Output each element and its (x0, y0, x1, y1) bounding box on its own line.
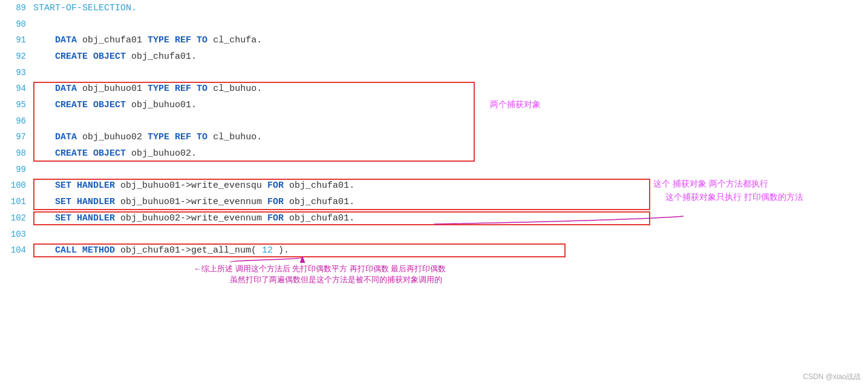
token: TYPE (148, 132, 169, 142)
line-number: 94 (0, 81, 33, 96)
token: cl_buhuo. (207, 84, 262, 94)
token: obj_chufa01. (126, 51, 197, 62)
token: cl_buhuo. (207, 132, 262, 142)
token: SET (33, 213, 71, 223)
token: METHOD (82, 245, 115, 256)
code-line: 96 (0, 113, 868, 129)
code-container: 89START-OF-SELECTION.9091 DATA obj_chufa… (0, 0, 868, 387)
token: CREATE (33, 148, 88, 159)
annotation-summary: ←综上所述 调用这个方法后 先打印偶数平方 再打印偶数 最后再打印偶数虽然打印了… (194, 263, 446, 285)
token (191, 35, 197, 45)
code-line: 94 DATA obj_buhuo01 TYPE REF TO cl_buhuo… (0, 81, 868, 97)
token: TYPE (148, 35, 169, 45)
line-number: 99 (0, 162, 33, 177)
code-line: 92 CREATE OBJECT obj_chufa01. (0, 48, 868, 65)
line-number: 100 (0, 177, 33, 193)
line-number: 95 (0, 97, 33, 113)
code-line: 102 SET HANDLER obj_buhuo02->write_evenn… (0, 210, 868, 227)
token: CREATE (33, 100, 88, 110)
token: TO (197, 132, 207, 142)
code-line: 104 CALL METHOD obj_chufa01->get_all_num… (0, 242, 868, 259)
code-line: 91 DATA obj_chufa01 TYPE REF TO cl_chufa… (0, 32, 868, 48)
token: obj_buhuo02. (126, 148, 197, 159)
token: CALL (33, 245, 77, 256)
code-line: 99 (0, 162, 868, 177)
line-number: 97 (0, 129, 33, 145)
token: REF (175, 84, 191, 94)
csdn-watermark: CSDN @xiao战战 (803, 372, 861, 382)
token: obj_buhuo02->write_evennum (115, 213, 267, 223)
token (169, 35, 175, 45)
line-content: DATA obj_buhuo01 TYPE REF TO cl_buhuo. (33, 81, 868, 97)
token: obj_buhuo02 (77, 132, 148, 142)
code-block: 89START-OF-SELECTION.9091 DATA obj_chufa… (0, 0, 868, 259)
token (71, 213, 77, 223)
token: OBJECT (93, 148, 126, 159)
token (77, 245, 82, 256)
token: REF (175, 132, 191, 142)
token: TO (197, 35, 207, 45)
line-number: 101 (0, 194, 33, 210)
annotation-two-objects: 两个捕获对象 (490, 99, 541, 110)
code-line: 103 (0, 227, 868, 242)
token: DATA (33, 132, 77, 142)
line-number: 98 (0, 145, 33, 161)
token (88, 100, 93, 110)
line-number: 90 (0, 16, 33, 32)
annotation-handler-both: 这个 捕获对象 两个方法都执行 (653, 179, 768, 190)
token: HANDLER (77, 213, 115, 223)
line-number: 91 (0, 32, 33, 48)
token: obj_chufa01->get_all_num( (115, 245, 262, 256)
code-line: 98 CREATE OBJECT obj_buhuo02. (0, 145, 868, 162)
line-number: 102 (0, 210, 33, 226)
token: DATA (33, 35, 77, 45)
line-number: 92 (0, 48, 33, 64)
token (88, 148, 93, 159)
token (191, 132, 197, 142)
token: 12 (262, 245, 273, 256)
line-content: CREATE OBJECT obj_buhuo01. (33, 98, 868, 113)
token (71, 180, 77, 191)
line-content: DATA obj_chufa01 TYPE REF TO cl_chufa. (33, 33, 868, 48)
token: OBJECT (93, 100, 126, 110)
line-content: DATA obj_buhuo02 TYPE REF TO cl_buhuo. (33, 130, 868, 145)
token: obj_buhuo01->write_evensqu (115, 180, 267, 191)
token: obj_chufa01 (77, 35, 148, 45)
token: REF (175, 35, 191, 45)
token: HANDLER (77, 180, 115, 191)
code-line: 90 (0, 16, 868, 32)
token: ). (273, 245, 289, 256)
line-content: START-OF-SELECTION. (33, 1, 868, 16)
line-content: CALL METHOD obj_chufa01->get_all_num( 12… (33, 243, 868, 259)
line-number: 96 (0, 113, 33, 129)
code-line: 95 CREATE OBJECT obj_buhuo01. (0, 97, 868, 113)
line-number: 103 (0, 227, 33, 242)
token: TO (197, 84, 207, 94)
token: FOR (267, 180, 284, 191)
token: SET (33, 180, 71, 191)
token: HANDLER (77, 197, 115, 207)
token: TYPE (148, 84, 169, 94)
line-content: CREATE OBJECT obj_chufa01. (33, 49, 868, 65)
line-number: 89 (0, 0, 33, 16)
token: CREATE (33, 51, 88, 62)
line-content: SET HANDLER obj_buhuo02->write_evennum F… (33, 211, 868, 227)
line-content: CREATE OBJECT obj_buhuo02. (33, 146, 868, 162)
line-number: 93 (0, 65, 33, 81)
token (169, 132, 175, 142)
token: obj_chufa01. (284, 180, 354, 191)
code-line: 89START-OF-SELECTION. (0, 0, 868, 16)
token: START-OF-SELECTION. (33, 3, 137, 13)
token (169, 84, 175, 94)
token: DATA (33, 84, 77, 94)
token: obj_chufa01. (284, 213, 354, 223)
line-number: 104 (0, 242, 33, 258)
token: obj_buhuo01. (126, 100, 197, 110)
token: FOR (267, 213, 284, 223)
token: obj_buhuo01 (77, 84, 148, 94)
token (191, 84, 197, 94)
code-line: 97 DATA obj_buhuo02 TYPE REF TO cl_buhuo… (0, 129, 868, 145)
annotation-handler-even: 这个捕获对象只执行 打印偶数的方法 (665, 192, 803, 203)
token: FOR (267, 197, 284, 207)
token (88, 51, 93, 62)
